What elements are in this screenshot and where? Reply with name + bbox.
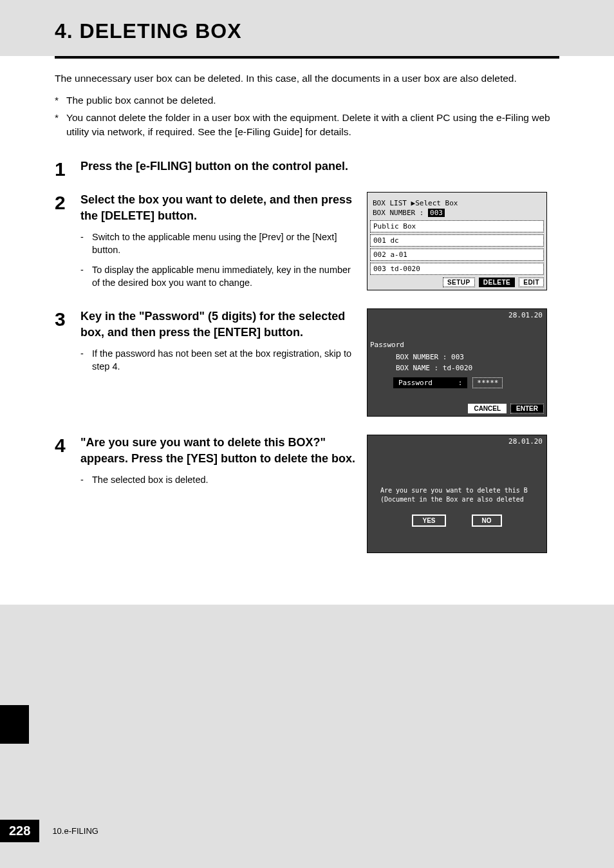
step-number: 4 bbox=[55, 436, 80, 455]
footer-section: 10.e-FILING bbox=[52, 826, 98, 836]
confirm-msg-1: Are you sure you want to delete this B bbox=[380, 486, 534, 495]
enter-button[interactable]: ENTER bbox=[510, 404, 544, 413]
list-item-public[interactable]: Public Box bbox=[370, 220, 544, 232]
dash-icon: - bbox=[80, 263, 92, 290]
screen-confirm: 28.01.20 Are you sure you want to delete… bbox=[367, 435, 547, 553]
step-number: 3 bbox=[55, 310, 80, 329]
screen-date: 28.01.20 bbox=[367, 309, 546, 321]
step-1: 1 Press the [e-FILING] button on the con… bbox=[55, 158, 559, 179]
screen-label: Password bbox=[367, 321, 546, 352]
password-label: Password : bbox=[393, 377, 467, 388]
boxnumber-label: BOX NUMBER : bbox=[373, 209, 423, 217]
dash-icon: - bbox=[80, 231, 92, 257]
step-title: "Are you sure you want to delete this BO… bbox=[80, 435, 359, 467]
step-number: 1 bbox=[55, 160, 80, 179]
screen-header: BOX LIST ▶Select Box bbox=[370, 199, 544, 209]
note-item: * The public box cannot be deleted. bbox=[55, 93, 559, 108]
step-sub-text: If the password has not been set at the … bbox=[92, 347, 359, 373]
dash-icon: - bbox=[80, 473, 92, 486]
boxnumber-value: 003 bbox=[428, 209, 445, 217]
step-title: Press the [e-FILING] button on the contr… bbox=[80, 158, 359, 175]
step-sub-text: To display the applicable menu immediate… bbox=[92, 263, 359, 290]
step-sub: - To display the applicable menu immedia… bbox=[80, 263, 359, 290]
screen-date: 28.01.20 bbox=[367, 435, 546, 448]
page-title: 4. DELETING BOX bbox=[0, 0, 614, 56]
step-sub: - If the password has not been set at th… bbox=[80, 347, 359, 373]
no-button[interactable]: NO bbox=[472, 514, 502, 527]
step-2: 2 Select the box you want to delete, and… bbox=[55, 192, 559, 290]
step-3: 3 Key in the "Password" (5 digits) for t… bbox=[55, 308, 559, 417]
step-title: Key in the "Password" (5 digits) for the… bbox=[80, 308, 359, 341]
step-sub: - Switch to the applicable menu using th… bbox=[80, 231, 359, 257]
screen-boxlist: BOX LIST ▶Select Box BOX NUMBER : 003 Pu… bbox=[367, 192, 547, 290]
step-title: Select the box you want to delete, and t… bbox=[80, 192, 359, 224]
note-text: You cannot delete the folder in a user b… bbox=[66, 111, 559, 138]
step-sub: - The selected box is deleted. bbox=[80, 473, 359, 486]
setup-button[interactable]: SETUP bbox=[443, 278, 475, 287]
page-footer: 228 10.e-FILING bbox=[0, 820, 98, 842]
note-item: * You cannot delete the folder in a user… bbox=[55, 111, 559, 138]
confirm-msg-2: (Document in the Box are also deleted bbox=[380, 495, 534, 504]
asterisk-icon: * bbox=[55, 111, 66, 138]
list-item-003[interactable]: 003 td-0020 bbox=[370, 263, 544, 275]
cancel-button[interactable]: CANCEL bbox=[468, 404, 507, 413]
step-sub-text: The selected box is deleted. bbox=[92, 473, 209, 486]
delete-button[interactable]: DELETE bbox=[479, 278, 515, 287]
side-tab bbox=[0, 705, 29, 744]
step-4: 4 "Are you sure you want to delete this … bbox=[55, 435, 559, 553]
step-number: 2 bbox=[55, 193, 80, 212]
list-item-002[interactable]: 002 a-01 bbox=[370, 249, 544, 261]
yes-button[interactable]: YES bbox=[412, 514, 445, 527]
notes-list: * The public box cannot be deleted. * Yo… bbox=[55, 93, 559, 139]
edit-button[interactable]: EDIT bbox=[519, 278, 544, 287]
screen-boxnumber: BOX NUMBER : 003 bbox=[370, 209, 544, 218]
boxnumber-info: BOX NUMBER : 003 bbox=[393, 352, 546, 363]
page-number: 228 bbox=[0, 820, 39, 842]
note-text: The public box cannot be deleted. bbox=[66, 93, 216, 108]
dash-icon: - bbox=[80, 347, 92, 373]
asterisk-icon: * bbox=[55, 93, 66, 108]
divider bbox=[55, 56, 559, 59]
intro-text: The unnecessary user box can be deleted.… bbox=[55, 71, 559, 86]
password-input[interactable]: ***** bbox=[472, 377, 503, 388]
step-sub-text: Switch to the applicable menu using the … bbox=[92, 231, 359, 257]
list-item-001[interactable]: 001 dc bbox=[370, 234, 544, 247]
boxname-info: BOX NAME : td-0020 bbox=[393, 363, 546, 373]
screen-password: 28.01.20 Password BOX NUMBER : 003 BOX N… bbox=[367, 308, 547, 417]
